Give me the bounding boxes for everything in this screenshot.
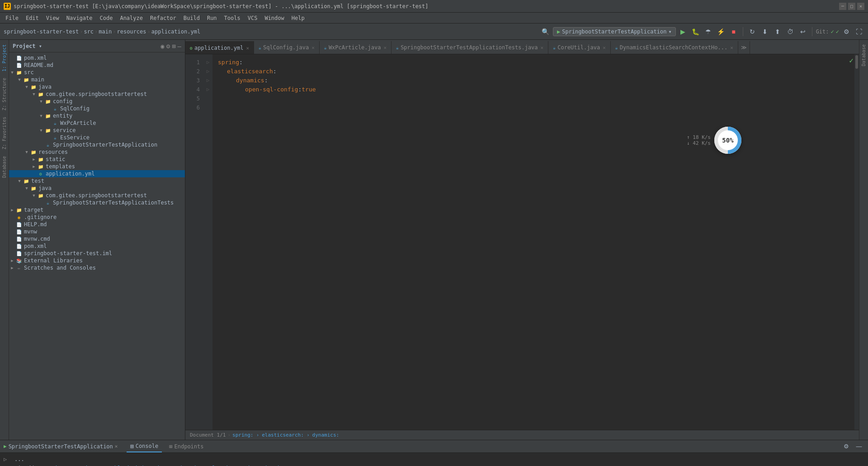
menu-refactor[interactable]: Refactor	[146, 13, 180, 23]
tab-dynamics[interactable]: ☕ DynamicsElasticSearchContextHo... ✕	[611, 41, 738, 54]
menu-help[interactable]: Help	[288, 13, 308, 23]
menu-view[interactable]: View	[42, 13, 63, 23]
tree-item-templates[interactable]: ▶ 📁 templates	[9, 163, 185, 170]
run-close-button[interactable]: ✕	[115, 443, 118, 449]
console-output: ▷ ... GitAddress : https://gitee.com/bla…	[0, 453, 868, 466]
menu-vcs[interactable]: VCS	[244, 13, 261, 23]
tree-item-test-com[interactable]: ▼ 📁 com.gitee.springbootstartertest	[9, 192, 185, 199]
tree-item-mainapp[interactable]: ☕ SpringbootStarterTestApplication	[9, 141, 185, 148]
breadcrumb-file[interactable]: application.yml	[151, 29, 200, 35]
tree-item-wxpcarticle[interactable]: ☕ WxPcArticle	[9, 119, 185, 127]
tab-close-sqlconfig[interactable]: ✕	[311, 45, 315, 51]
debug-button[interactable]: 🐛	[690, 26, 701, 37]
menu-edit[interactable]: Edit	[22, 13, 42, 23]
tree-item-pom-top[interactable]: 📄 pom.xml	[9, 54, 185, 62]
menu-tools[interactable]: Tools	[221, 13, 244, 23]
code-editor[interactable]: spring: elasticsearch: dynamics: open-sq…	[212, 54, 859, 430]
panel-scope-button[interactable]: ◉	[160, 43, 164, 50]
tree-item-gitignore[interactable]: ◉ .gitignore	[9, 214, 185, 221]
git-revert-button[interactable]: ↩	[797, 26, 808, 37]
run-button[interactable]: ▶	[678, 26, 689, 37]
tree-item-java[interactable]: ▼ 📁 java	[9, 83, 185, 90]
tree-item-esservice[interactable]: ☕ EsService	[9, 134, 185, 141]
database-label[interactable]: Database	[1, 153, 8, 181]
tree-item-src[interactable]: ▼ 📁 src	[9, 69, 185, 76]
bottom-tab-console[interactable]: ▤ Console	[127, 440, 162, 452]
minimize-button[interactable]: ─	[839, 3, 846, 10]
tree-item-target[interactable]: ▶ 📁 target	[9, 206, 185, 214]
tree-item-resources[interactable]: ▼ 📁 resources	[9, 148, 185, 156]
menu-file[interactable]: File	[2, 13, 22, 23]
tab-tests[interactable]: ☕ SpringbootStarterTestApplicationTests.…	[392, 41, 548, 54]
tab-close-coreutil[interactable]: ✕	[603, 45, 606, 51]
tree-item-appyml[interactable]: ⚙ application.yml	[9, 170, 185, 177]
panel-settings-btn[interactable]: ⚙	[841, 441, 852, 452]
tree-item-config[interactable]: ▼ 📁 config	[9, 98, 185, 105]
menu-run[interactable]: Run	[203, 13, 221, 23]
scrollbar[interactable]	[854, 54, 859, 430]
breadcrumb-main[interactable]: main	[99, 29, 112, 35]
tab-close-tests[interactable]: ✕	[541, 45, 544, 51]
tree-item-pomxml[interactable]: 📄 pom.xml	[9, 243, 185, 250]
breadcrumb-project[interactable]: springboot-starter-test	[4, 29, 79, 35]
tree-item-com[interactable]: ▼ 📁 com.gitee.springbootstartertest	[9, 90, 185, 98]
update-project-button[interactable]: ↻	[747, 26, 758, 37]
tab-appyml[interactable]: ⚙ application.yml ✕	[185, 41, 254, 54]
git-history-button[interactable]: ⏱	[785, 26, 796, 37]
tab-close-appyml[interactable]: ✕	[246, 45, 249, 51]
database-right-label[interactable]: Database	[860, 42, 867, 69]
window-controls[interactable]: ─ □ ✕	[839, 3, 864, 10]
tree-item-main[interactable]: ▼ 📁 main	[9, 76, 185, 83]
menu-navigate[interactable]: Navigate	[63, 13, 96, 23]
git-address-link[interactable]: https://gitee.com/black_d/dynamics-sprin…	[56, 464, 317, 466]
tree-arrow: ▼	[31, 92, 37, 96]
favorites-label[interactable]: Z: Favorites	[1, 114, 8, 152]
structure-label[interactable]: Z: Structure	[1, 75, 8, 113]
project-sidebar-label[interactable]: 1: Project	[1, 42, 8, 74]
panel-settings-button[interactable]: ⚙	[166, 43, 170, 50]
search-everywhere-button[interactable]: 🔍	[540, 26, 551, 37]
tree-item-mvnw[interactable]: 📄 mvnw	[9, 228, 185, 235]
tree-item-service[interactable]: ▼ 📁 service	[9, 127, 185, 134]
tree-item-static[interactable]: ▶ 📁 static	[9, 156, 185, 163]
tree-item-readme[interactable]: 📄 README.md	[9, 62, 185, 69]
breadcrumb-src[interactable]: src	[84, 29, 94, 35]
git-push-button[interactable]: ⬆	[772, 26, 783, 37]
fullscreen-button[interactable]: ⛶	[854, 26, 864, 37]
breadcrumb-resources[interactable]: resources	[117, 29, 146, 35]
profile-button[interactable]: ⚡	[716, 26, 726, 37]
tree-item-extlibs[interactable]: ▶ 📚 External Libraries	[9, 257, 185, 264]
close-button[interactable]: ✕	[857, 3, 864, 10]
git-pull-button[interactable]: ⬇	[760, 26, 770, 37]
menu-build[interactable]: Build	[180, 13, 203, 23]
panel-collapse-button[interactable]: —	[178, 43, 181, 50]
tab-close-wxpcarticle[interactable]: ✕	[383, 45, 387, 51]
stop-button[interactable]: ■	[728, 26, 739, 37]
menu-window[interactable]: Window	[261, 13, 288, 23]
menu-code[interactable]: Code	[96, 13, 117, 23]
run-config-selector[interactable]: ▶ SpringbootStarterTestApplication ▾	[553, 27, 676, 36]
settings-button[interactable]: ⚙	[841, 26, 852, 37]
tab-close-dynamics[interactable]: ✕	[730, 45, 733, 51]
tree-item-test-java[interactable]: ▼ 📁 java	[9, 185, 185, 192]
panel-expand-button[interactable]: ⊞	[172, 43, 175, 50]
tab-wxpcarticle[interactable]: ☕ WxPcArticle.java ✕	[320, 41, 392, 54]
panel-minimize-btn[interactable]: —	[854, 441, 864, 452]
tree-item-scratches[interactable]: ▶ ✏ Scratches and Consoles	[9, 264, 185, 271]
tab-overflow[interactable]: ≫	[738, 41, 750, 54]
tree-item-mvnwcmd[interactable]: 📄 mvnw.cmd	[9, 235, 185, 243]
bottom-tab-endpoints[interactable]: ⊞ Endpoints	[165, 440, 207, 452]
tree-item-test[interactable]: ▼ 📁 test	[9, 177, 185, 185]
tab-coreutil[interactable]: ☕ CoreUtil.java ✕	[548, 41, 611, 54]
menu-analyze[interactable]: Analyze	[116, 13, 146, 23]
coverage-button[interactable]: ☂	[703, 26, 714, 37]
tree-item-sqlconfig[interactable]: ☕ SqlConfig	[9, 105, 185, 112]
tree-item-entity[interactable]: ▼ 📁 entity	[9, 112, 185, 119]
tree-item-iml[interactable]: 📄 springboot-starter-test.iml	[9, 250, 185, 257]
tree-item-testmain[interactable]: ☕ SpringbootStarterTestApplicationTests	[9, 199, 185, 206]
tree-item-help[interactable]: 📄 HELP.md	[9, 221, 185, 228]
maximize-button[interactable]: □	[848, 3, 855, 10]
tab-sqlconfig[interactable]: ☕ SqlConfig.java ✕	[254, 41, 320, 54]
main-name: main	[31, 76, 44, 83]
editor-content[interactable]: 1 2 3 4 5 6 ▷ ▷ ▷ ▷ spring:	[185, 54, 859, 430]
